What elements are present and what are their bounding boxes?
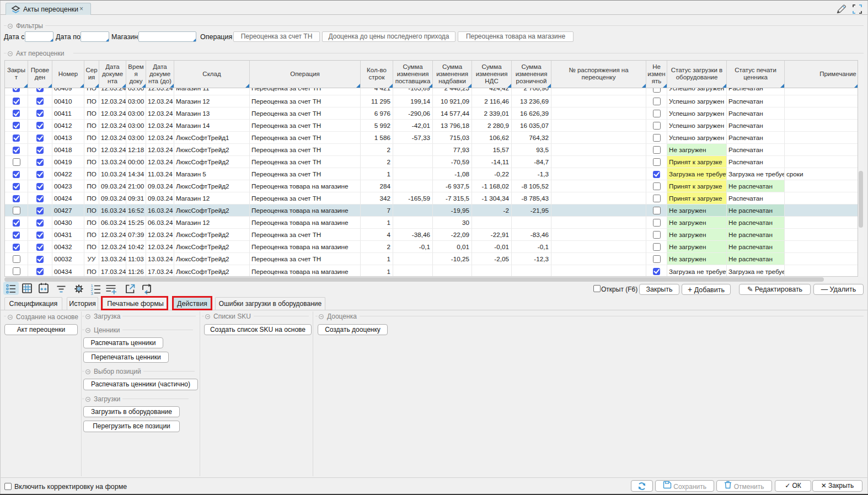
- svg-text:3: 3: [91, 291, 93, 295]
